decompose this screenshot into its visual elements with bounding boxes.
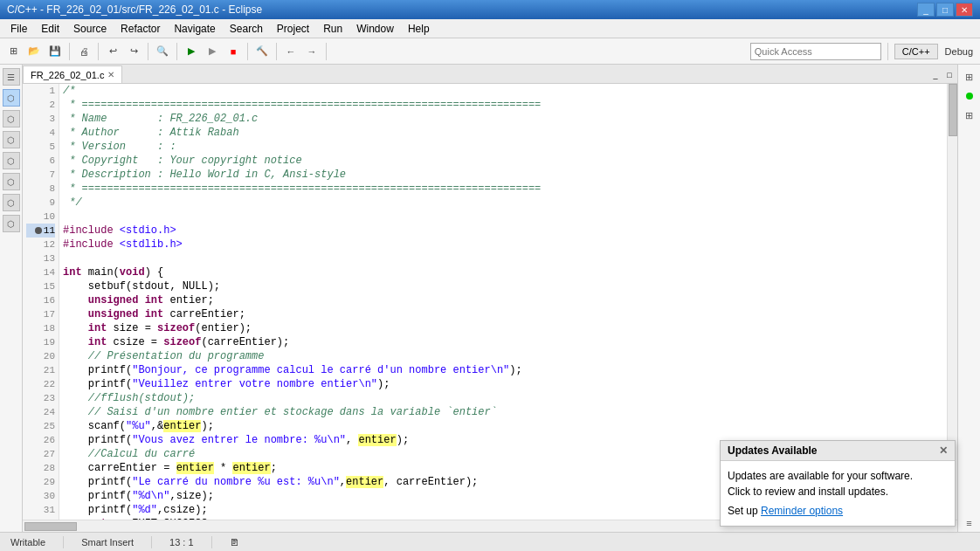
search-button[interactable]: 🔍: [153, 42, 172, 61]
stop-button[interactable]: ■: [224, 42, 243, 61]
line-num-27: 27: [26, 447, 55, 461]
code-line-18: int size = sizeof(entier);: [63, 321, 943, 335]
tab-controls: _ □: [928, 67, 957, 83]
next-button[interactable]: →: [302, 42, 321, 61]
line-num-31: 31: [26, 503, 55, 517]
code-line-6: * Copyright : Your copyright notice: [63, 154, 943, 168]
debug-run-button[interactable]: ▶: [203, 42, 222, 61]
menu-file[interactable]: File: [3, 21, 34, 37]
line-num-29: 29: [26, 475, 55, 489]
redo-button[interactable]: ↪: [124, 42, 143, 61]
line-num-2: 2: [26, 98, 55, 112]
toolbar-separator-4: [176, 43, 177, 60]
toolbar-separator-5: [247, 43, 248, 60]
notification-close-button[interactable]: ✕: [939, 444, 948, 457]
perspective-button[interactable]: C/C++: [894, 44, 938, 59]
code-line-20: // Présentation du programme: [63, 349, 943, 363]
toolbar: ⊞ 📂 💾 🖨 ↩ ↪ 🔍 ▶ ▶ ■ 🔨 ← → C/C++ Debug: [0, 38, 980, 65]
status-bar: Writable Smart Insert 13 : 1 🖹: [0, 532, 980, 551]
line-num-3: 3: [26, 112, 55, 126]
menu-edit[interactable]: Edit: [34, 21, 66, 37]
right-icon-1[interactable]: ⊞: [961, 68, 978, 86]
save-button[interactable]: 💾: [45, 42, 65, 61]
line-num-13: 13: [26, 251, 55, 265]
sidebar-icon-7[interactable]: ⬡: [3, 194, 20, 211]
line-num-7: 7: [26, 168, 55, 182]
undo-button[interactable]: ↩: [103, 42, 122, 61]
window-title: C/C++ - FR_226_02_01/src/FR_226_02_01.c …: [7, 3, 917, 16]
notification-title: Updates Available: [728, 444, 817, 457]
right-sidebar: ⊞ ⊞ ≡: [957, 65, 980, 532]
tab-close-icon[interactable]: ✕: [107, 70, 114, 79]
code-line-17: unsigned int carreEntier;: [63, 307, 943, 321]
close-button[interactable]: ✕: [956, 3, 973, 17]
code-line-12: #include <stdlib.h>: [63, 238, 943, 251]
menu-bar: File Edit Source Refactor Navigate Searc…: [0, 19, 980, 38]
line-num-4: 4: [26, 126, 55, 140]
code-line-11: #include <stdio.h>: [63, 224, 943, 238]
build-button[interactable]: 🔨: [252, 42, 272, 61]
code-line-4: * Author : Attik Rabah: [63, 126, 943, 140]
toolbar-separator-7: [326, 43, 327, 60]
sidebar-icon-1[interactable]: ☰: [3, 68, 20, 86]
code-line-9: */: [63, 196, 943, 210]
editor-tab[interactable]: FR_226_02_01.c ✕: [23, 65, 122, 83]
line-numbers: 1 2 3 4 5 6 7 8 9 10 11 12 13 14 15 16 1: [23, 84, 59, 520]
sidebar-icon-8[interactable]: ⬡: [3, 215, 20, 232]
code-line-22: printf("Veuillez entrer votre nombre ent…: [63, 377, 943, 391]
run-button[interactable]: ▶: [182, 42, 201, 61]
line-num-25: 25: [26, 419, 55, 433]
minimize-editor-button[interactable]: _: [929, 69, 942, 81]
tab-label: FR_226_02_01.c: [31, 70, 104, 80]
status-sep-2: [151, 536, 152, 548]
prev-button[interactable]: ←: [281, 42, 300, 61]
line-num-15: 15: [26, 279, 55, 293]
sidebar-icon-5[interactable]: ⬡: [3, 152, 20, 169]
status-sep-1: [63, 536, 64, 548]
menu-project[interactable]: Project: [270, 21, 316, 37]
scrollbar-thumb[interactable]: [949, 84, 957, 136]
line-num-18: 18: [26, 321, 55, 335]
code-line-24: // Saisi d'un nombre entier et stockage …: [63, 405, 943, 419]
title-bar: C/C++ - FR_226_02_01/src/FR_226_02_01.c …: [0, 0, 980, 19]
menu-navigate[interactable]: Navigate: [167, 21, 222, 37]
code-line-3: * Name : FR_226_02_01.c: [63, 112, 943, 126]
left-sidebar: ☰ ⬡ ⬡ ⬡ ⬡ ⬡ ⬡ ⬡: [0, 65, 23, 532]
h-scrollbar-thumb[interactable]: [24, 522, 77, 531]
menu-window[interactable]: Window: [349, 21, 401, 37]
line-num-14: 14: [26, 265, 55, 279]
notification-setup: Set up Reminder options: [728, 503, 948, 519]
menu-run[interactable]: Run: [316, 21, 349, 37]
status-insert-mode: Smart Insert: [78, 537, 137, 548]
code-line-19: int csize = sizeof(carreEntier);: [63, 335, 943, 349]
debug-label: Debug: [942, 45, 977, 59]
sidebar-icon-4[interactable]: ⬡: [3, 131, 20, 148]
right-icon-active[interactable]: [961, 87, 978, 105]
active-indicator: [966, 93, 973, 100]
minimize-button[interactable]: _: [917, 3, 935, 17]
right-icon-3[interactable]: ≡: [961, 514, 978, 532]
menu-search[interactable]: Search: [223, 21, 270, 37]
reminder-options-link[interactable]: Reminder options: [761, 505, 843, 517]
menu-help[interactable]: Help: [401, 21, 437, 37]
line-num-30: 30: [26, 489, 55, 503]
maximize-editor-button[interactable]: □: [943, 69, 956, 81]
new-button[interactable]: ⊞: [3, 42, 23, 61]
sidebar-icon-3[interactable]: ⬡: [3, 110, 20, 127]
quick-access-input[interactable]: [750, 43, 881, 60]
line-num-5: 5: [26, 140, 55, 154]
code-line-16: unsigned int entier;: [63, 293, 943, 307]
sidebar-icon-2[interactable]: ⬡: [3, 89, 20, 107]
maximize-button[interactable]: □: [936, 3, 954, 17]
right-icon-2[interactable]: ⊞: [961, 107, 978, 124]
menu-source[interactable]: Source: [66, 21, 114, 37]
sidebar-icon-6[interactable]: ⬡: [3, 173, 20, 190]
open-button[interactable]: 📂: [24, 42, 44, 61]
code-line-10: [63, 210, 943, 224]
line-num-11: 11: [26, 224, 55, 238]
menu-refactor[interactable]: Refactor: [114, 21, 167, 37]
code-line-21: printf("Bonjour, ce programme calcul le …: [63, 363, 943, 377]
line-num-9: 9: [26, 196, 55, 210]
print-button[interactable]: 🖨: [74, 42, 93, 61]
line-num-16: 16: [26, 293, 55, 307]
